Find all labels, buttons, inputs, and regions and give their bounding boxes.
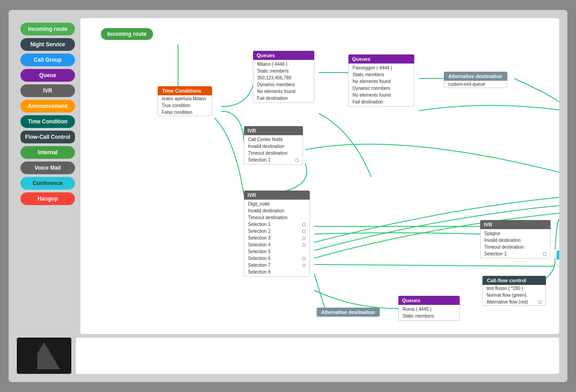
ivr2-row-3: Selection 1 xyxy=(244,221,309,228)
time-conditions-node[interactable]: Time Conditions orario apertura Milano T… xyxy=(158,86,212,116)
q1-row-5: No elements found xyxy=(253,88,314,95)
sidebar-btn-queue[interactable]: Queue xyxy=(20,69,75,82)
sidebar-btn-announcement[interactable]: Announcement xyxy=(20,100,75,113)
ivr2-row-2: Timeout destination xyxy=(244,214,309,221)
sidebar-btn-ivr[interactable]: IVR xyxy=(20,84,75,97)
q3-header: Queues xyxy=(398,296,460,305)
ivr2-header: IVR xyxy=(244,191,310,200)
tc-row-1: orario apertura Milano xyxy=(158,95,212,102)
queues-milano-header: Queues xyxy=(253,51,314,60)
ivr2-row-9: Selection 7 xyxy=(244,262,309,269)
ivr1-row-1: Call Center Notte xyxy=(244,136,303,143)
sidebar-btn-time-condition[interactable]: Time Condition xyxy=(20,115,75,128)
sidebar-btn-voice-mail[interactable]: Voice Mail xyxy=(20,162,75,174)
flow-canvas: Incoming route Time Conditions orario ap… xyxy=(80,18,559,334)
q2-row-5: No elements found xyxy=(349,92,414,98)
alt-dest-2-node[interactable]: Alternative destination xyxy=(317,308,380,317)
queues-passeggeri-node[interactable]: Queues Passeggeri ( 4444 ) Static member… xyxy=(348,54,414,107)
queues-roma-node[interactable]: Queues Roma ( 4445 ) Static members xyxy=(398,296,460,321)
q1-row-1: Milano ( 4446 ) xyxy=(253,61,314,68)
q2-row-4: Dynamic members xyxy=(349,85,414,92)
ivr1-header: IVR xyxy=(244,126,303,135)
ivr3-header: IVR xyxy=(480,220,551,229)
alt-dest-1-node[interactable]: Alternative destination custom-exit-queu… xyxy=(444,72,507,88)
cf-row-3: Alternative flow (red) xyxy=(483,299,546,305)
ivr-spagna-node[interactable]: IVR Spagna Invalid destination Timeout d… xyxy=(480,220,551,259)
ivr3-row-1: Invalid destination xyxy=(481,237,550,244)
sidebar-btn-conference[interactable]: Conference xyxy=(20,177,75,190)
ivr3-name: Spagna xyxy=(481,230,550,237)
q2-row-6: Fail destination xyxy=(349,98,414,105)
sidebar-btn-night-service[interactable]: Night Service xyxy=(20,38,75,51)
ivr2-row-8: Selection 6 xyxy=(244,255,309,262)
ivr-callcenter-node[interactable]: IVR Call Center Notte Invalid destinatio… xyxy=(244,126,303,165)
q3-row-2: Static members xyxy=(399,313,459,319)
alt1-row-1: custom-exit-queue xyxy=(444,81,507,88)
conf-row-1: Conference ( 8888 ) xyxy=(557,260,559,266)
sidebar-btn-hangup[interactable]: Hangup xyxy=(20,192,75,205)
sidebar-btn-call-group[interactable]: Call Group xyxy=(20,54,75,66)
q2-row-1: Passeggeri ( 4444 ) xyxy=(349,64,414,71)
q2-row-2: Static members xyxy=(349,71,414,78)
ivr2-row-4: Selection 2 xyxy=(244,228,309,235)
ivr-digit-notte-node[interactable]: IVR Digit_notte Invalid destination Time… xyxy=(244,191,310,277)
ivr2-row-1: Invalid destination xyxy=(244,207,309,214)
ivr2-name: Digit_notte xyxy=(244,201,309,207)
q3-row-1: Roma ( 4445 ) xyxy=(399,306,459,313)
queues-passeggeri-header: Queues xyxy=(348,54,414,64)
logo-triangle xyxy=(17,338,71,374)
queues-milano-node[interactable]: Queues Milano ( 4446 ) Static members 35… xyxy=(253,51,314,103)
ivr2-row-5: Selection 3 xyxy=(244,235,309,241)
ivr1-row-2: Invalid destination xyxy=(244,143,303,150)
sidebar-btn-internal[interactable]: Internal xyxy=(20,146,75,159)
q1-row-4: Dynamic members xyxy=(253,81,314,88)
q1-row-6: Fail destination xyxy=(253,95,314,102)
ivr3-row-2: Timeout destination xyxy=(481,244,550,250)
sidebar-btn-incoming-route[interactable]: Incoming route xyxy=(20,23,75,35)
bottom-panel xyxy=(76,338,559,374)
bottom-area xyxy=(17,338,559,374)
q1-row-3: 350,123,456,789 xyxy=(253,74,314,81)
callflow-node[interactable]: Call-flow control test flusso ( *280 ) N… xyxy=(482,276,546,306)
tc-row-3: False condition xyxy=(158,109,212,116)
ivr2-row-10: Selection 8 xyxy=(244,269,309,275)
ivr2-row-6: Selection 4 xyxy=(244,241,309,248)
ivr1-row-4: Selection 1 xyxy=(244,157,303,163)
incoming-route-node[interactable]: Incoming route xyxy=(101,28,153,40)
sidebar: Incoming route Night Service Call Group … xyxy=(17,18,80,334)
sidebar-btn-flow-call-control[interactable]: Flow-Call Control xyxy=(20,131,75,143)
cf-row-1: test flusso ( *280 ) xyxy=(483,285,546,292)
ivr3-row-3: Selection 1 xyxy=(481,250,550,257)
cf-row-2: Normal flow (green) xyxy=(483,292,546,299)
conference-node[interactable]: Conference Conference ( 8888 ) xyxy=(556,250,559,267)
q1-row-2: Static members xyxy=(253,68,314,74)
tc-row-2: True condition xyxy=(158,102,212,109)
ivr1-row-3: Timeout destination xyxy=(244,150,303,157)
q2-row-3: No elements found xyxy=(349,78,414,85)
ivr2-row-7: Selection 5 xyxy=(244,248,309,255)
